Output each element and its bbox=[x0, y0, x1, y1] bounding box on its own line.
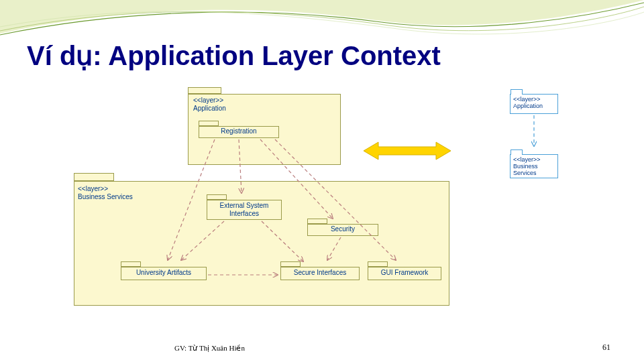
mini-dependency-arrow bbox=[510, 114, 558, 154]
mini-stereotype: <<layer>> bbox=[513, 156, 541, 163]
svg-line-0 bbox=[168, 139, 215, 260]
slide-title: Ví dụ: Application Layer Context bbox=[27, 40, 441, 71]
mini-package-application: <<layer>> Application bbox=[510, 94, 558, 114]
header-swoosh bbox=[0, 0, 644, 40]
svg-line-4 bbox=[181, 221, 224, 260]
mini-name: Application bbox=[513, 103, 543, 109]
uml-diagram: <<layer>> Business Services <<layer>> Ap… bbox=[74, 87, 476, 315]
svg-line-2 bbox=[260, 139, 333, 219]
slide: Ví dụ: Application Layer Context <<layer… bbox=[0, 0, 644, 362]
svg-line-5 bbox=[262, 221, 303, 261]
bidirectional-arrow-icon bbox=[364, 141, 451, 161]
svg-line-6 bbox=[327, 237, 341, 260]
footer-page-number: 61 bbox=[602, 343, 610, 353]
dependency-arrows bbox=[74, 87, 476, 315]
mini-package-business-services: <<layer>> Business Services bbox=[510, 154, 558, 178]
svg-line-1 bbox=[239, 139, 241, 193]
mini-stereotype: <<layer>> bbox=[513, 96, 541, 103]
svg-marker-8 bbox=[364, 142, 451, 160]
mini-name: Business Services bbox=[513, 163, 538, 176]
footer-author: GV: Từ Thị Xuân Hiền bbox=[174, 344, 245, 353]
